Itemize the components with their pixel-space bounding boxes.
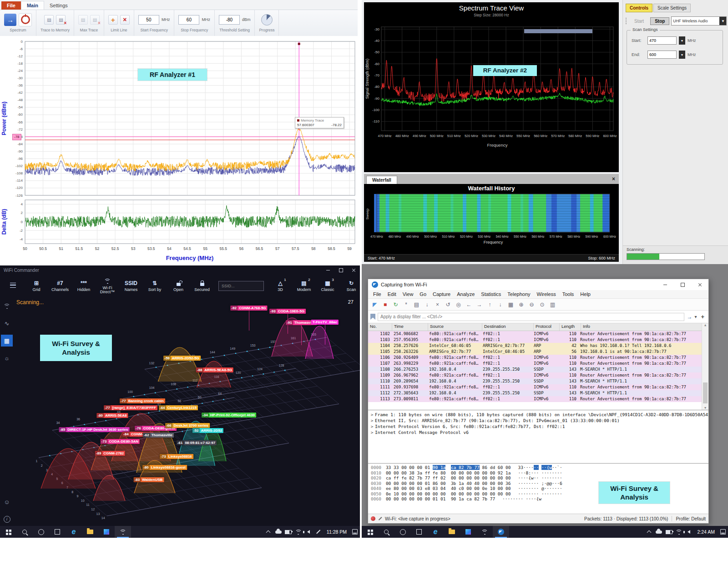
taskbar-start-button[interactable] [0, 526, 16, 538]
taskbar-wifiapp-button[interactable] [115, 526, 131, 538]
packet-row[interactable]: 1113273.009811fe80::921a:caff:fe8…ff02::… [368, 396, 708, 402]
packet-row[interactable]: 1110269.289654192.168.0.4239.255.255.250… [368, 378, 708, 384]
taskbar-wireshark-button[interactable] [493, 526, 509, 538]
network-chip[interactable]: -89CGNM-2782 [95, 451, 125, 456]
menu-statistics[interactable]: Statistics [478, 291, 504, 297]
save-capture-button[interactable]: ↓ [422, 300, 432, 309]
taskbar-clock[interactable]: 11:28 PM [324, 529, 350, 535]
hex-row[interactable]: 0020ca ff fe 82 7b 77 ff 02 00 00 00 00 … [371, 475, 706, 481]
tray-chevron-icon[interactable] [263, 526, 273, 538]
tray-network-icon[interactable] [293, 526, 303, 538]
capture-start-button[interactable]: ◤ [370, 300, 379, 309]
taskbar-wifiapp-button[interactable] [476, 526, 493, 538]
detail-row[interactable]: >Ethernet II, Src: ARRISGro_82:7b:77 (90… [369, 418, 708, 423]
taskbar-edge-button[interactable]: e [66, 526, 82, 538]
network-chip[interactable]: -93CODA-19E0-5G [269, 309, 306, 314]
expand-arrow-icon[interactable]: > [369, 418, 375, 423]
tray-chevron-icon[interactable] [644, 526, 654, 538]
resize-columns-button[interactable]: ▥ [548, 300, 557, 309]
tray-cloud-icon[interactable] [654, 526, 664, 538]
profile-label[interactable]: Profile: Default [676, 516, 706, 521]
network-chip[interactable]: -34HP-Print-92-Officejet 4630 [202, 413, 256, 418]
column-header-time[interactable]: Time [392, 323, 428, 331]
network-chip[interactable]: -62Thomasville [143, 433, 174, 438]
notification-center-button[interactable] [718, 526, 728, 538]
column-header-source[interactable]: Source [428, 323, 482, 331]
display-filter-input[interactable] [378, 313, 684, 321]
network-chip[interactable]: -80ARRIS-5EA8 [96, 413, 128, 418]
packet-row[interactable]: 1103257.956395fe80::921a:caff:fe8…ff02::… [368, 337, 708, 343]
colorize-button[interactable]: ▦ [506, 300, 516, 309]
stop-frequency-input[interactable] [178, 15, 199, 25]
detail-row[interactable]: >Frame 1: 110 bytes on wire (880 bits), … [369, 412, 708, 418]
reload-button[interactable]: ↺ [443, 300, 453, 309]
menu-edit[interactable]: Edit [384, 291, 399, 297]
network-chip[interactable]: -59ARRIS-2D52-5G [163, 356, 201, 361]
menu-capture[interactable]: Capture [430, 291, 454, 297]
capture-stop-button[interactable]: ■ [380, 300, 390, 309]
taskbar-start-button[interactable] [362, 526, 378, 538]
taskbar-taskview-button[interactable] [411, 526, 427, 538]
taskbar-cortana-button[interactable] [394, 526, 411, 538]
network-chip[interactable]: -52ARRIS-2D52 [192, 428, 223, 433]
minimize-button[interactable] [657, 279, 674, 290]
filter-dropdown-icon[interactable]: ▾ [694, 314, 697, 319]
stop-button[interactable]: Stop [650, 17, 669, 25]
scroll-up-icon[interactable]: ▲ [704, 323, 706, 327]
clear-max-trace-button[interactable]: ▤× [90, 15, 100, 25]
taskbar-search-button[interactable] [378, 526, 394, 538]
packet-row[interactable]: 1104258.257626IntelCor_68:46:05ARRISGro_… [368, 343, 708, 349]
tab-main[interactable]: Main [21, 1, 44, 10]
zoom-reset-button[interactable]: ⊙ [537, 300, 547, 309]
column-header-info[interactable]: Info [581, 323, 708, 331]
max-trace-button[interactable]: ▤ [78, 15, 88, 25]
tab-settings[interactable]: Settings [44, 1, 73, 10]
taskbar-search-button[interactable] [16, 526, 33, 538]
maximize-button[interactable] [674, 279, 691, 290]
tray-battery-icon[interactable] [283, 526, 293, 538]
tray-pen-icon[interactable] [313, 526, 324, 538]
spinner-icon[interactable]: ▼ [679, 51, 685, 59]
expand-arrow-icon[interactable]: > [369, 412, 375, 418]
taskbar-edge-button[interactable]: e [427, 526, 444, 538]
packet-list-scrollbar[interactable]: ▲ ▼ [702, 323, 708, 410]
detail-row[interactable]: >Internet Protocol Version 6, Src: fe80:… [369, 423, 708, 429]
menu-go[interactable]: Go [416, 291, 430, 297]
network-chip[interactable]: -77[range]_E30A/T7303FFFF [104, 405, 157, 410]
packet-row[interactable]: 1108266.276253192.168.0.4239.255.255.250… [368, 367, 708, 372]
detail-row[interactable]: >Internet Control Message Protocol v6 [369, 429, 708, 435]
scan-end-input[interactable] [647, 51, 677, 59]
remove-limit-line-button[interactable]: × [120, 15, 130, 25]
tab-waterfall[interactable]: Waterfall [366, 176, 397, 184]
network-chip[interactable]: -64CenturyLink1215 [159, 405, 198, 410]
start-button[interactable]: Start [630, 17, 648, 25]
menu-wireless[interactable]: Wireless [534, 291, 559, 297]
filter-bookmark-icon[interactable] [370, 314, 375, 320]
open-capture-button[interactable]: ▤ [412, 300, 421, 309]
tray-network-icon[interactable] [674, 526, 684, 538]
filter-apply-icon[interactable]: → [687, 314, 692, 320]
packet-row[interactable]: 1109266.967962fe80::921a:caff:fe8…ff02::… [368, 372, 708, 378]
column-header-destination[interactable]: Destination [482, 323, 534, 331]
scroll-down-icon[interactable]: ▼ [704, 406, 706, 410]
spectrum-run-button[interactable]: → [4, 14, 16, 26]
network-chip[interactable]: -73Linksys08816 [160, 454, 193, 459]
filter-add-button[interactable]: + [699, 313, 706, 320]
expert-info-icon[interactable] [371, 516, 375, 521]
tray-battery-icon[interactable] [664, 526, 674, 538]
preset-dropdown[interactable]: UHF Wireless Audio ▼ [671, 16, 727, 25]
network-chip[interactable]: -6108:05:81:c7:62:97 [177, 440, 217, 445]
expand-arrow-icon[interactable]: > [369, 423, 375, 429]
capture-comment-icon[interactable] [379, 517, 382, 520]
taskbar-cortana-button[interactable] [33, 526, 49, 538]
spectrum-stop-button[interactable] [19, 13, 32, 26]
network-chip[interactable]: -73CODA-DE80-5AN [101, 439, 140, 444]
find-packet-button[interactable]: ◎ [454, 300, 463, 309]
go-first-button[interactable]: ↑ [485, 300, 495, 309]
trace-to-memory-button[interactable]: ▤ [44, 15, 54, 25]
go-back-button[interactable]: ← [464, 300, 474, 309]
menu-telephony[interactable]: Telephony [504, 291, 533, 297]
notification-center-button[interactable] [350, 526, 360, 538]
network-chip[interactable]: -66DeskJet 3700 series [165, 423, 210, 428]
menu-help[interactable]: Help [577, 291, 594, 297]
